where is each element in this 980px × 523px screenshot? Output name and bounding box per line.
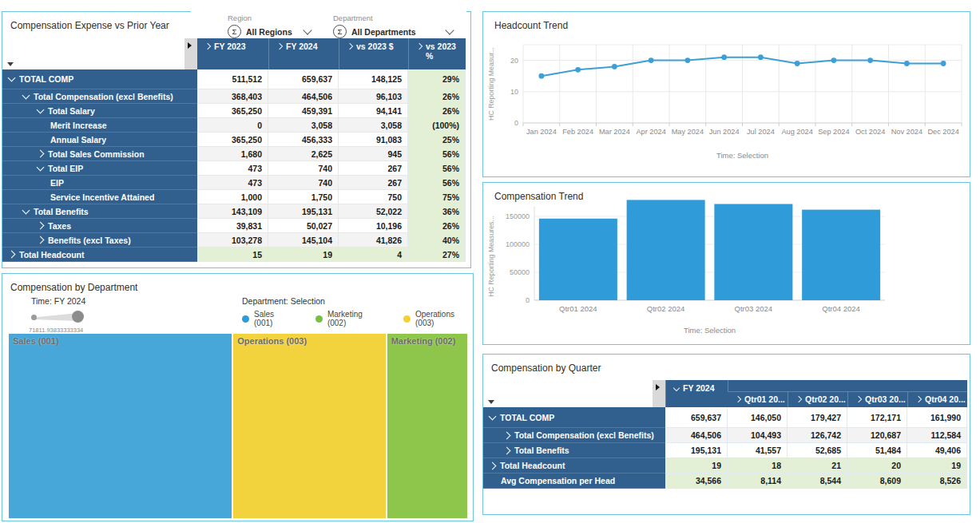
- expand-right-icon[interactable]: [188, 42, 192, 49]
- data-point[interactable]: [575, 67, 581, 73]
- chevron-down-icon[interactable]: [8, 74, 16, 82]
- chevron-right-icon[interactable]: [915, 396, 922, 402]
- data-point[interactable]: [831, 57, 836, 63]
- data-point[interactable]: [867, 57, 873, 63]
- department-filter[interactable]: Department Σ All Departments: [333, 14, 453, 38]
- chevron-right-icon[interactable]: [796, 396, 802, 402]
- treemap-block[interactable]: Marketing (002): [387, 334, 467, 518]
- column-header[interactable]: Qtr03 20...: [847, 391, 907, 407]
- treemap-block[interactable]: Sales (001): [9, 334, 232, 518]
- y-tick-label: 0: [514, 119, 518, 127]
- row-header-cell[interactable]: TOTAL COMP: [483, 407, 665, 428]
- data-point[interactable]: [904, 61, 910, 66]
- header-expand-strip[interactable]: [653, 380, 665, 407]
- chevron-down-icon[interactable]: [673, 385, 680, 391]
- x-tick-label: Qtr01 2024: [559, 304, 597, 313]
- chevron-right-icon[interactable]: [37, 236, 45, 244]
- chevron-right-icon[interactable]: [37, 222, 45, 230]
- column-header[interactable]: FY 2023: [197, 38, 268, 69]
- slider-min-handle[interactable]: [31, 315, 37, 320]
- data-point[interactable]: [649, 57, 654, 63]
- chevron-right-icon[interactable]: [37, 150, 45, 158]
- column-header-fy2024[interactable]: FY 2024: [665, 380, 728, 407]
- row-header-cell[interactable]: Total Benefits: [483, 443, 665, 458]
- row-header-cell[interactable]: Total Headcount: [483, 458, 665, 473]
- data-point[interactable]: [538, 73, 544, 79]
- chevron-right-icon[interactable]: [503, 446, 511, 454]
- row-header-cell[interactable]: Total Headcount: [2, 248, 197, 262]
- chevron-right-icon[interactable]: [503, 431, 511, 439]
- x-tick-label: Apr 2024: [636, 128, 665, 136]
- bar[interactable]: [627, 200, 705, 300]
- bar[interactable]: [714, 204, 792, 300]
- expand-right-icon[interactable]: [656, 384, 660, 390]
- bar[interactable]: [802, 210, 880, 300]
- data-point[interactable]: [941, 61, 946, 66]
- bar[interactable]: [539, 219, 617, 300]
- data-point[interactable]: [758, 54, 764, 60]
- row-header-cell[interactable]: Merit Increase: [2, 118, 197, 133]
- chevron-down-icon[interactable]: [303, 26, 311, 34]
- chevron-down-icon[interactable]: [37, 163, 45, 171]
- x-tick-label: Sep 2024: [818, 128, 849, 136]
- row-header-cell[interactable]: EIP: [2, 176, 197, 190]
- headcount-line-chart[interactable]: 01020Jan 2024Feb 2024Mar 2024Apr 2024May…: [483, 12, 970, 176]
- sigma-icon: Σ: [333, 25, 347, 38]
- x-tick-label: Aug 2024: [781, 128, 812, 136]
- chevron-right-icon[interactable]: [416, 43, 423, 50]
- chevron-down-icon[interactable]: [22, 206, 30, 214]
- row-header-cell[interactable]: Total EIP: [2, 161, 197, 176]
- row-header-cell[interactable]: Avg Compensation per Head: [483, 473, 665, 489]
- chevron-right-icon[interactable]: [489, 462, 497, 470]
- data-point[interactable]: [795, 61, 800, 66]
- data-point[interactable]: [684, 57, 690, 63]
- row-header-cell[interactable]: Taxes: [2, 219, 197, 233]
- value-cell: 19: [268, 248, 339, 262]
- compensation-bar-chart[interactable]: 050000100000150000Qtr01 2024Qtr02 2024Qt…: [483, 183, 970, 344]
- column-header[interactable]: Qtr02 20...: [788, 391, 847, 407]
- value-cell: 195,131: [665, 443, 728, 458]
- legend-dot-icon: [315, 315, 323, 323]
- row-header-cell[interactable]: Annual Salary: [2, 133, 197, 147]
- chevron-right-icon[interactable]: [735, 396, 741, 402]
- slider-max-handle[interactable]: [72, 311, 84, 323]
- value-cell: 19: [907, 458, 967, 473]
- chevron-down-icon[interactable]: [445, 26, 454, 34]
- chevron-right-icon[interactable]: [347, 43, 353, 50]
- chevron-down-icon[interactable]: [22, 91, 30, 99]
- column-header[interactable]: Qtr04 20...: [907, 391, 967, 407]
- row-header-cell[interactable]: Total Compensation (excl Benefits): [483, 428, 665, 443]
- column-header[interactable]: vs 2023 $: [339, 38, 408, 69]
- header-expand-strip[interactable]: [184, 38, 197, 69]
- x-tick-label: Feb 2024: [562, 128, 593, 136]
- row-header-cell[interactable]: TOTAL COMP: [2, 69, 197, 89]
- filter-triangle-icon[interactable]: [7, 62, 14, 66]
- legend-item[interactable]: Operations (003): [403, 310, 473, 327]
- chevron-down-icon[interactable]: [489, 412, 497, 420]
- row-header-cell[interactable]: Service Incentive Attained: [2, 190, 197, 204]
- treemap-block[interactable]: Operations (003): [233, 334, 385, 518]
- column-header[interactable]: Qtr01 20...: [728, 391, 788, 407]
- region-filter[interactable]: Region Σ All Regions: [228, 14, 311, 38]
- chevron-right-icon[interactable]: [855, 396, 862, 402]
- column-header[interactable]: vs 2023 %: [408, 38, 466, 69]
- row-header-cell[interactable]: Total Salary: [2, 104, 197, 118]
- y-axis-title: HC Reporting Measur...: [487, 47, 495, 121]
- row-header-cell[interactable]: Total Sales Commission: [2, 147, 197, 161]
- chevron-right-icon[interactable]: [204, 43, 211, 50]
- chevron-right-icon[interactable]: [8, 251, 16, 259]
- row-header-cell[interactable]: Benefits (excl Taxes): [2, 233, 197, 248]
- chevron-down-icon[interactable]: [37, 105, 45, 113]
- data-point[interactable]: [612, 64, 617, 69]
- row-header-cell[interactable]: Total Compensation (excl Benefits): [2, 89, 197, 104]
- table-row: Taxes39,83150,02710,19626%: [2, 219, 466, 233]
- slider-track[interactable]: [34, 313, 77, 321]
- column-header[interactable]: FY 2024: [268, 38, 339, 69]
- filter-triangle-icon[interactable]: [488, 400, 494, 404]
- range-slider[interactable]: [31, 310, 81, 324]
- data-point[interactable]: [721, 54, 727, 60]
- legend-item[interactable]: Marketing (002): [315, 310, 381, 327]
- row-header-cell[interactable]: Total Benefits: [2, 204, 197, 219]
- legend-item[interactable]: Sales (001): [242, 310, 293, 327]
- chevron-right-icon[interactable]: [276, 43, 283, 50]
